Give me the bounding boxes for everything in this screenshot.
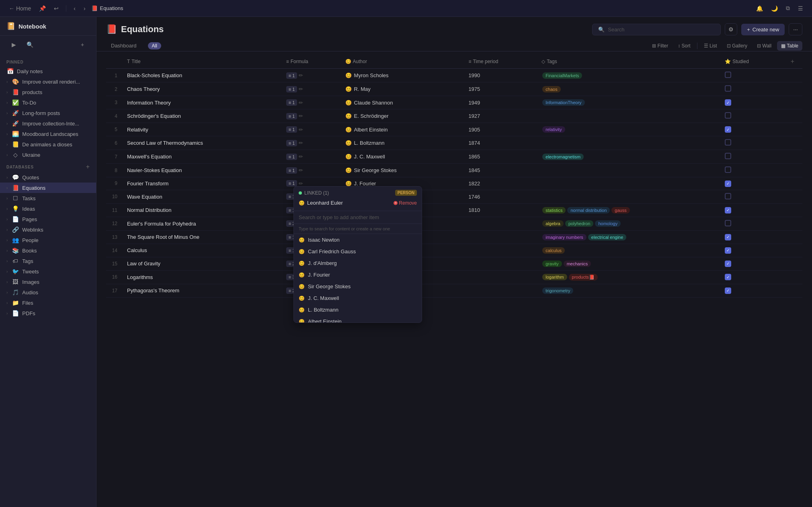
formula-edit-icon[interactable]: ✏ <box>299 140 303 146</box>
dropdown-suggestion-item[interactable]: 😊J. Fourier <box>294 269 422 281</box>
sidebar-item-weblinks[interactable]: › 🔗 Weblinks <box>0 224 96 235</box>
dropdown-suggestion-item[interactable]: 😊Carl Friedrich Gauss <box>294 246 422 257</box>
tag-item[interactable]: chaos <box>542 86 560 92</box>
sidebar-item-de-animales[interactable]: › 📒 De animales a dioses <box>0 139 96 150</box>
add-database-btn[interactable]: + <box>86 163 90 170</box>
studied-checkbox[interactable]: ✓ <box>725 274 731 280</box>
sidebar-item-images[interactable]: › 🖼 Images <box>0 277 96 287</box>
author-name[interactable]: Myron Scholes <box>354 72 389 78</box>
settings-btn[interactable]: ⚙ <box>725 23 737 35</box>
sort-btn[interactable]: ↕ Sort <box>674 41 694 51</box>
studied-checkbox[interactable]: ✓ <box>725 234 731 240</box>
col-tags[interactable]: ◇Tags <box>537 55 720 69</box>
menu-btn[interactable]: ☰ <box>796 4 806 13</box>
sidebar-item-pdfs[interactable]: › 📄 PDFs <box>0 308 96 318</box>
row-title[interactable]: Logarithms <box>122 270 281 284</box>
studied-checkbox[interactable] <box>725 112 731 119</box>
sidebar-item-files[interactable]: › 📁 Files <box>0 298 96 308</box>
row-title[interactable]: Second Law of Thermodynamics <box>122 136 281 150</box>
tag-item[interactable]: logarithm <box>542 274 567 280</box>
tag-item[interactable]: electrical engine <box>588 234 627 240</box>
formula-edit-icon[interactable]: ✏ <box>299 181 303 187</box>
sidebar-item-products[interactable]: › 📕 products <box>0 87 96 97</box>
tag-item[interactable]: FinancialMarkets <box>542 72 582 79</box>
author-name[interactable]: Sir George Stokes <box>354 167 397 173</box>
play-btn[interactable]: ▶ <box>6 39 21 50</box>
sidebar-item-tweets[interactable]: › 🐦 Tweets <box>0 266 96 277</box>
nav-forward-btn[interactable]: › <box>81 4 88 13</box>
col-studied[interactable]: ⭐Studied <box>720 55 783 69</box>
formula-badge[interactable]: ≡ 1 <box>286 180 297 187</box>
studied-checkbox[interactable]: ✓ <box>725 181 731 187</box>
row-title[interactable]: Black-Scholes Equation <box>122 69 281 82</box>
sidebar-item-improve-rendering[interactable]: › 🎨 Improve overall renderi... <box>0 76 96 87</box>
row-title[interactable]: Maxwell's Equation <box>122 150 281 164</box>
nav-back-btn[interactable]: ‹ <box>71 4 78 13</box>
tab-dashboard[interactable]: Dashboard <box>106 40 141 51</box>
sidebar-item-equations[interactable]: › 📕 Equations <box>0 183 96 193</box>
author-name[interactable]: L. Boltzmann <box>354 140 385 146</box>
tag-item[interactable]: gravity <box>542 261 562 267</box>
sidebar-item-ideas[interactable]: › 💡 Ideas <box>0 203 96 214</box>
wall-view-btn[interactable]: ⊟ Wall <box>753 41 775 51</box>
filter-btn[interactable]: ⊞ Filter <box>648 41 672 51</box>
list-view-btn[interactable]: ☰ List <box>700 41 721 51</box>
sidebar-item-pages[interactable]: › 📄 Pages <box>0 214 96 224</box>
formula-badge[interactable]: ≡ 1 <box>286 72 297 79</box>
dark-mode-btn[interactable]: 🌙 <box>769 4 780 13</box>
sidebar-item-daily-notes[interactable]: 📅 Daily notes <box>0 66 96 76</box>
sidebar-item-improve-collection[interactable]: › 🚀 Improve collection-Inte... <box>0 118 96 129</box>
author-name[interactable]: J. Fourier <box>354 181 376 187</box>
row-title[interactable]: Chaos Theory <box>122 82 281 96</box>
formula-edit-icon[interactable]: ✏ <box>299 72 303 78</box>
sidebar-item-quotes[interactable]: › 💬 Quotes <box>0 172 96 183</box>
col-title[interactable]: TTitle <box>122 55 281 69</box>
col-author[interactable]: 😊Author <box>340 55 464 69</box>
studied-checkbox[interactable] <box>725 220 731 226</box>
sidebar-item-audios[interactable]: › 🎵 Audios <box>0 287 96 298</box>
sidebar-item-tasks[interactable]: › ☐ Tasks <box>0 193 96 203</box>
copy-btn[interactable]: ⧉ <box>783 3 792 13</box>
row-title[interactable]: Euler's Formula for Polyhedra <box>122 217 281 230</box>
row-title[interactable]: Schrödinger's Equation <box>122 109 281 123</box>
formula-badge[interactable]: ≡ 1 <box>286 126 297 133</box>
tag-item[interactable]: statistics <box>542 207 566 213</box>
studied-checkbox[interactable] <box>725 193 731 199</box>
remove-btn[interactable]: × Remove <box>394 200 417 206</box>
row-title[interactable]: Law of Gravity <box>122 257 281 270</box>
tag-item[interactable]: homology <box>595 220 621 227</box>
tab-all[interactable]: All <box>143 40 166 51</box>
dropdown-search-input[interactable] <box>299 214 417 220</box>
back-home-btn[interactable]: ← Home <box>6 4 33 13</box>
author-name[interactable]: E. Schrödinger <box>354 113 389 119</box>
undo-icon[interactable]: ↩ <box>51 4 61 13</box>
formula-badge[interactable]: ≡ 1 <box>286 140 297 146</box>
col-time-period[interactable]: ≡Time period <box>463 55 537 69</box>
studied-checkbox[interactable] <box>725 72 731 78</box>
tag-item[interactable]: imaginary numbers <box>542 234 586 240</box>
author-name[interactable]: J. C. Maxwell <box>354 154 385 160</box>
formula-edit-icon[interactable]: ✏ <box>299 127 303 133</box>
search-input[interactable] <box>608 27 715 33</box>
row-title[interactable]: Normal Distribution <box>122 203 281 217</box>
sidebar-item-ukraine[interactable]: › ◇ Ukraine <box>0 150 96 160</box>
row-title[interactable]: Pythagoras's Theorem <box>122 284 281 297</box>
formula-badge[interactable]: ≡ 1 <box>286 99 297 106</box>
sidebar-item-tags[interactable]: › 🏷 Tags <box>0 256 96 266</box>
studied-checkbox[interactable]: ✓ <box>725 207 731 213</box>
formula-edit-icon[interactable]: ✏ <box>299 86 303 92</box>
author-name[interactable]: Claude Shannon <box>354 100 393 106</box>
col-add[interactable]: + <box>783 55 802 69</box>
studied-checkbox[interactable]: ✓ <box>725 287 731 294</box>
dropdown-suggestion-item[interactable]: 😊J. d'Almberg <box>294 257 422 269</box>
tag-item[interactable]: electromagnetism <box>542 154 584 160</box>
formula-edit-icon[interactable]: ✏ <box>299 154 303 160</box>
tag-item[interactable]: relativity <box>542 126 565 133</box>
create-new-button[interactable]: + Create new <box>741 24 785 35</box>
row-title[interactable]: Fourier Transform <box>122 177 281 190</box>
formula-edit-icon[interactable]: ✏ <box>299 167 303 173</box>
pin-icon[interactable]: 📌 <box>37 4 48 13</box>
studied-checkbox[interactable] <box>725 85 731 92</box>
row-title[interactable]: Calculus <box>122 244 281 257</box>
tag-item[interactable]: InformationTheory <box>542 99 584 106</box>
